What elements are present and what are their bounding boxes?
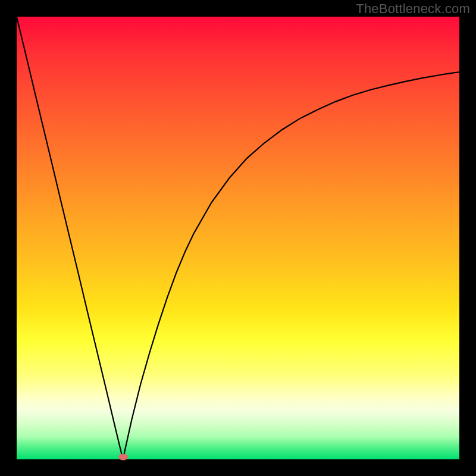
chart-frame: TheBottleneck.com [0,0,476,476]
bottleneck-curve [17,17,459,459]
plot-area [17,17,459,459]
watermark-label: TheBottleneck.com [356,1,470,17]
optimum-marker [118,454,128,461]
